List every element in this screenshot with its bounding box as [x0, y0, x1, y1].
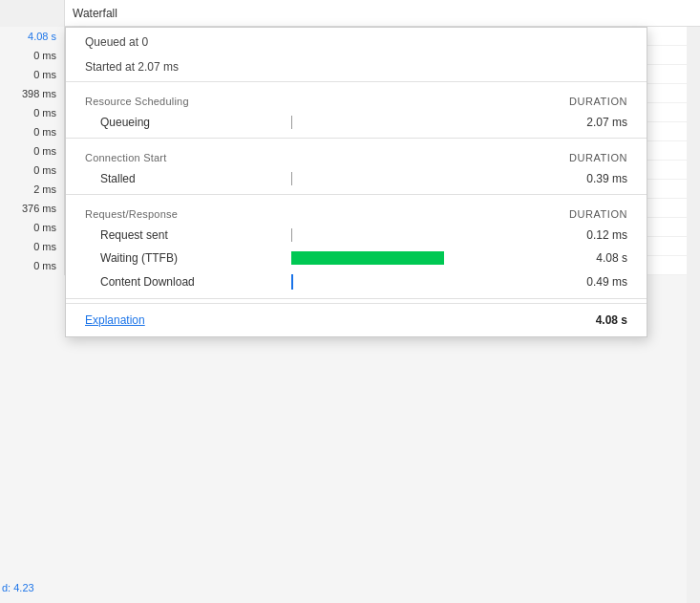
waiting-ttfb-duration: 4.08 s [551, 251, 627, 265]
row-time-11: 0 ms [0, 237, 65, 256]
header-left [0, 0, 65, 27]
divider-1 [66, 81, 647, 82]
request-sent-row: Request sent 0.12 ms [66, 224, 647, 247]
divider-2 [66, 138, 647, 139]
queued-at-row: Queued at 0 [66, 28, 647, 53]
waiting-ttfb-row: Waiting (TTFB) 4.08 s [66, 247, 647, 269]
ttfb-green-bar [291, 251, 444, 265]
waterfall-title: Waterfall [73, 7, 117, 20]
stalled-bar [291, 172, 551, 185]
content-download-row: Content Download 0.49 ms [66, 269, 647, 294]
timing-popup: Queued at 0 Started at 2.07 ms Resource … [65, 27, 647, 337]
stalled-duration: 0.39 ms [551, 172, 627, 185]
row-time-7: 0 ms [0, 161, 65, 180]
content-download-duration: 0.49 ms [551, 275, 627, 289]
content-download-bar [291, 274, 551, 290]
queueing-row: Queueing 2.07 ms [66, 111, 647, 134]
row-time-4: 0 ms [0, 103, 65, 122]
waiting-ttfb-label: Waiting (TTFB) [100, 251, 291, 265]
resource-scheduling-label: Resource Scheduling [85, 96, 189, 107]
queued-at-text: Queued at 0 [85, 35, 148, 49]
connection-start-duration-header: DURATION [569, 152, 627, 163]
row-time-1: 0 ms [0, 46, 65, 65]
vertical-scrollbar[interactable] [687, 27, 700, 603]
divider-4 [66, 298, 647, 299]
bottom-time-label: d: 4.23 [2, 582, 34, 593]
row-time-10: 0 ms [0, 218, 65, 237]
request-response-label: Request/Response [85, 208, 178, 220]
waterfall-header-row: Waterfall [0, 0, 700, 27]
connection-start-section: Connection Start DURATION [66, 142, 647, 167]
request-response-section: Request/Response DURATION [66, 199, 647, 224]
request-sent-duration: 0.12 ms [551, 228, 627, 242]
divider-3 [66, 194, 647, 195]
queueing-duration: 2.07 ms [551, 116, 627, 129]
row-time-9: 376 ms [0, 199, 65, 218]
popup-footer: Explanation 4.08 s [66, 303, 647, 336]
resource-scheduling-section: Resource Scheduling DURATION [66, 86, 647, 111]
row-time-2: 0 ms [0, 65, 65, 84]
stalled-bar-line [291, 172, 292, 185]
queueing-bar [291, 116, 551, 129]
content-download-label: Content Download [100, 275, 291, 289]
content-download-bar-line [291, 274, 293, 290]
connection-start-label: Connection Start [85, 152, 166, 163]
request-sent-label: Request sent [100, 228, 291, 242]
stalled-label: Stalled [100, 172, 291, 185]
resource-scheduling-duration-header: DURATION [569, 96, 627, 107]
row-time-0: 4.08 s [0, 27, 65, 46]
started-at-row: Started at 2.07 ms [66, 53, 647, 77]
total-duration: 4.08 s [596, 313, 627, 327]
row-time-8: 2 ms [0, 180, 65, 199]
queueing-bar-line [291, 116, 292, 129]
row-time-12: 0 ms [0, 256, 65, 275]
row-time-6: 0 ms [0, 141, 65, 161]
request-sent-bar [291, 228, 551, 242]
row-time-5: 0 ms [0, 122, 65, 141]
row-time-3: 398 ms [0, 84, 65, 103]
explanation-link[interactable]: Explanation [85, 313, 145, 327]
queueing-label: Queueing [100, 116, 291, 129]
started-at-text: Started at 2.07 ms [85, 60, 179, 74]
request-response-duration-header: DURATION [569, 208, 627, 220]
stalled-row: Stalled 0.39 ms [66, 167, 647, 190]
request-sent-bar-line [291, 228, 292, 242]
waterfall-header-bar: Waterfall [65, 0, 700, 27]
waiting-ttfb-bar [291, 251, 551, 265]
